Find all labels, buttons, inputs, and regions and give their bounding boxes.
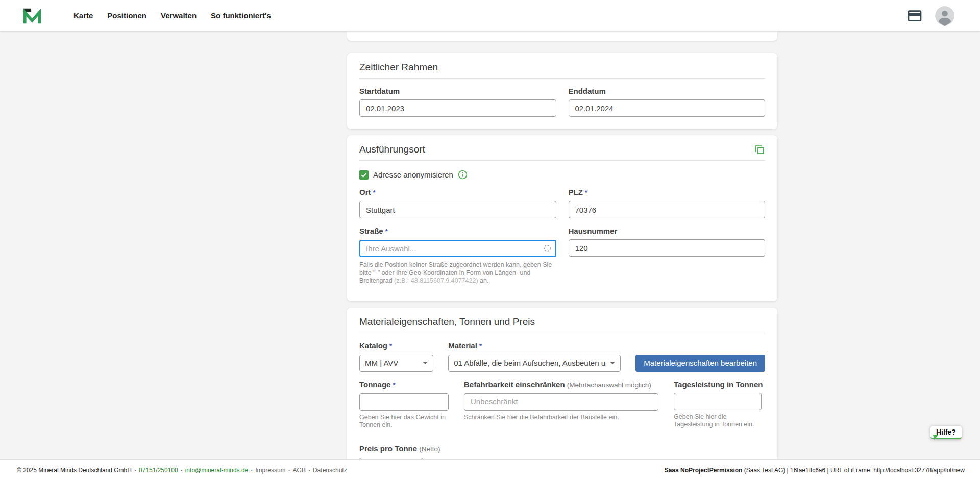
separator: · [134, 467, 136, 474]
enddatum-input[interactable] [569, 99, 766, 117]
material-card-title: Materialeigenschaften, Tonnen und Preis [359, 316, 535, 327]
strasse-hint-example: (z.B.: 48.8115607,9.4077422) [394, 277, 478, 284]
check-icon [360, 171, 368, 179]
plz-label: PLZ* [569, 188, 766, 197]
execution-location-card: Ausführungsort Adress [347, 135, 777, 301]
separator: · [308, 467, 310, 474]
preis-note: (Netto) [419, 445, 440, 453]
help-button-label: Hilfe? [936, 428, 956, 436]
strasse-hint-suffix: an. [478, 277, 489, 284]
tonnage-label: Tonnage* [359, 380, 449, 390]
strasse-label: Straße* [359, 226, 556, 236]
mineral-minds-logo[interactable] [22, 6, 42, 26]
separator: · [251, 467, 253, 474]
agb-link[interactable]: AGB [293, 467, 306, 474]
loading-spinner-icon [543, 244, 551, 255]
preis-label-text: Preis pro Tonne [359, 444, 417, 453]
strasse-label-text: Straße [359, 226, 383, 235]
material-card: Materialeigenschaften, Tonnen und Preis … [347, 308, 777, 460]
chevron-down-icon [610, 362, 615, 364]
tagesleistung-label: Tagesleistung in Tonnen [674, 380, 762, 389]
material-label-text: Material [448, 341, 477, 350]
edit-material-properties-button[interactable]: Materialeigenschaften bearbeiten [635, 355, 765, 372]
plz-input[interactable] [569, 201, 766, 218]
ort-input[interactable] [359, 201, 556, 218]
separator: · [181, 467, 183, 474]
datenschutz-link[interactable]: Datenschutz [313, 467, 347, 474]
befahrbarkeit-hint: Schränken Sie hier die Befahrbarkeit der… [464, 414, 658, 421]
befahrbarkeit-note: (Mehrfachauswahl möglich) [567, 381, 651, 389]
chevron-down-icon [423, 362, 428, 364]
nav-item-so-funktionierts[interactable]: So funktioniert's [204, 7, 278, 24]
top-navbar: Karte Positionen Verwalten So funktionie… [0, 0, 980, 31]
ort-label-text: Ort [359, 188, 371, 196]
main-nav: Karte Positionen Verwalten So funktionie… [66, 7, 278, 24]
ort-label: Ort* [359, 188, 556, 197]
nav-item-karte[interactable]: Karte [66, 7, 100, 24]
befahrbarkeit-input[interactable] [464, 393, 658, 411]
copy-icon[interactable] [754, 144, 765, 155]
nav-item-verwalten[interactable]: Verwalten [154, 7, 204, 24]
nav-item-positionen[interactable]: Positionen [100, 7, 154, 24]
time-frame-card: Zeitlicher Rahmen Startdatum Enddatum [347, 53, 777, 129]
saas-info-text: (Saas Test AG) | 16fae1ffc6a6 | URL of i… [742, 467, 965, 474]
tonnage-label-text: Tonnage [359, 380, 390, 389]
separator: · [288, 467, 290, 474]
strasse-hint: Falls die Position keiner Straße zugeord… [359, 261, 553, 285]
help-button[interactable]: Hilfe? [930, 426, 962, 439]
befahrbarkeit-label-text: Befahrbarkeit einschränken [464, 380, 565, 389]
anonymize-label: Adresse anonymisieren [373, 170, 453, 179]
katalog-value: MM | AVV [365, 359, 398, 367]
info-icon[interactable] [458, 170, 468, 180]
material-label: Material* [448, 341, 621, 351]
navbar-right [906, 6, 954, 26]
material-value: 01 Abfälle, die beim Aufsuchen, Ausbeute… [454, 359, 606, 367]
card-icon[interactable] [906, 8, 923, 24]
saas-permission-text: Saas NoProjectPermission [665, 467, 743, 474]
divider [359, 78, 765, 79]
required-marker: * [585, 189, 587, 196]
divider [359, 160, 765, 161]
time-frame-title: Zeitlicher Rahmen [359, 61, 438, 73]
startdatum-input[interactable] [359, 99, 556, 117]
email-link[interactable]: info@mineral-minds.de [185, 467, 249, 474]
user-avatar[interactable] [935, 6, 954, 26]
required-marker: * [373, 189, 376, 196]
required-marker: * [385, 227, 388, 235]
required-marker: * [393, 381, 395, 389]
previous-card-partial [347, 31, 777, 41]
divider [359, 333, 765, 333]
plz-label-text: PLZ [569, 188, 583, 196]
anonymize-checkbox[interactable] [359, 170, 369, 180]
katalog-select[interactable]: MM | AVV [359, 355, 433, 372]
tonnage-hint: Geben Sie hier das Gewicht in Tonnen ein… [359, 414, 449, 429]
page-footer: © 2025 Mineral Minds Deutschland GmbH · … [0, 459, 980, 481]
tonnage-input[interactable] [359, 393, 449, 411]
execution-location-title: Ausführungsort [359, 143, 425, 155]
strasse-input[interactable] [359, 240, 556, 257]
hausnummer-input[interactable] [569, 239, 766, 257]
required-marker: * [479, 342, 482, 350]
phone-link[interactable]: 07151/250100 [139, 467, 178, 474]
katalog-label-text: Katalog [359, 341, 387, 350]
tagesleistung-input[interactable] [674, 393, 762, 410]
footer-left: © 2025 Mineral Minds Deutschland GmbH · … [17, 467, 347, 474]
befahrbarkeit-label: Befahrbarkeit einschränken (Mehrfachausw… [464, 380, 658, 390]
tagesleistung-hint: Geben Sie hier die Tagesleistung in Tonn… [674, 413, 762, 428]
katalog-label: Katalog* [359, 341, 433, 351]
footer-right: Saas NoProjectPermission (Saas Test AG) … [665, 467, 965, 474]
material-select[interactable]: 01 Abfälle, die beim Aufsuchen, Ausbeute… [448, 355, 621, 372]
impressum-link[interactable]: Impressum [255, 467, 285, 474]
copyright-text: © 2025 Mineral Minds Deutschland GmbH [17, 467, 132, 474]
hausnummer-label: Hausnummer [569, 226, 766, 236]
page-content: Zeitlicher Rahmen Startdatum Enddatum [0, 31, 980, 459]
enddatum-label: Enddatum [569, 87, 766, 96]
logo-icon [22, 6, 42, 26]
required-marker: * [389, 342, 392, 350]
startdatum-label: Startdatum [359, 87, 556, 96]
preis-label: Preis pro Tonne (Netto) [359, 444, 765, 454]
